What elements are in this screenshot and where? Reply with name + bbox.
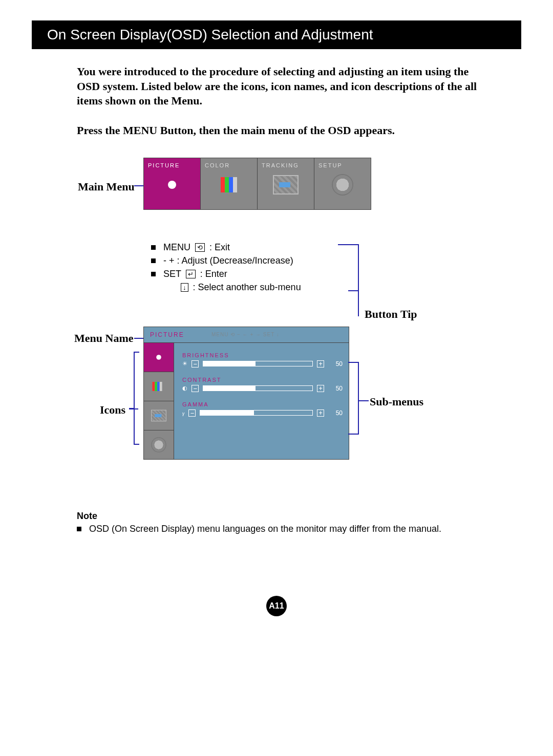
diagram: Main Menu Button Tip Menu Name Icons Sub…: [0, 158, 553, 485]
control-row: - + : Adjust (Decrease/Increase): [151, 255, 301, 266]
note-text-row: OSD (On Screen Display) menu languages o…: [77, 524, 492, 534]
submenu-side-icons: [144, 343, 174, 459]
minus-button[interactable]: −: [192, 385, 199, 392]
param-name: BRIGHTNESS: [182, 352, 343, 358]
side-icon-picture[interactable]: [144, 343, 174, 372]
osd-submenu: PICTURE MENU ⟲ − ← + → SET ↓ BRIGHTNESS …: [143, 327, 349, 460]
gear-icon: [314, 168, 371, 202]
tab-picture[interactable]: PICTURE: [144, 158, 201, 209]
param-value: 50: [328, 385, 343, 392]
param-value: 50: [328, 409, 343, 417]
gamma-icon: γ: [182, 410, 184, 416]
tab-label: SETUP: [314, 158, 371, 168]
plus-button[interactable]: +: [317, 409, 324, 417]
bullet-icon: [151, 245, 156, 250]
header-bar: On Screen Display(OSD) Selection and Adj…: [32, 20, 521, 49]
tab-tracking[interactable]: TRACKING: [258, 158, 314, 209]
color-bars-icon: [152, 382, 165, 391]
label-button-tip: Button Tip: [365, 308, 417, 321]
control-key: - +: [163, 255, 175, 266]
enter-icon: ↵: [186, 270, 196, 278]
label-main-menu: Main Menu: [78, 180, 135, 193]
bullet-icon: [151, 272, 156, 276]
param-contrast: CONTRAST ◐ − + 50: [182, 377, 343, 392]
page-number: A11: [266, 596, 287, 616]
note-text: OSD (On Screen Display) menu languages o…: [89, 524, 441, 534]
intro-paragraph: You were introduced to the procedure of …: [77, 64, 492, 109]
param-name: CONTRAST: [182, 377, 343, 383]
param-brightness: BRIGHTNESS ☀ − + 50: [182, 352, 343, 368]
page-title: On Screen Display(OSD) Selection and Adj…: [47, 27, 506, 43]
control-key: MENU: [163, 242, 190, 252]
minus-button[interactable]: −: [192, 360, 199, 368]
brightness-icon: [153, 351, 165, 363]
controls-list: MENU ⟲ : Exit - + : Adjust (Decrease/Inc…: [151, 240, 301, 295]
submenu-title: PICTURE: [144, 331, 211, 338]
label-sub-menus: Sub-menus: [370, 395, 423, 408]
minus-button[interactable]: −: [188, 409, 196, 417]
bullet-icon: [151, 258, 156, 263]
control-desc: : Adjust (Decrease/Increase): [177, 255, 293, 266]
page-number-wrap: A11: [0, 596, 553, 616]
callout-line: [134, 338, 143, 339]
control-desc: : Exit: [209, 242, 230, 252]
bullet-icon: [77, 527, 81, 531]
plus-button[interactable]: +: [317, 360, 324, 368]
slider[interactable]: [200, 410, 313, 416]
note-section: Note OSD (On Screen Display) menu langua…: [77, 511, 492, 534]
tab-setup[interactable]: SETUP: [314, 158, 371, 209]
return-icon: ⟲: [195, 243, 205, 252]
side-icon-setup[interactable]: [144, 430, 174, 459]
label-menu-name: Menu Name: [74, 332, 133, 345]
param-gamma: GAMMA γ − + 50: [182, 401, 343, 417]
color-bars-icon: [201, 168, 257, 202]
tab-label: TRACKING: [258, 158, 314, 168]
submenu-hints: MENU ⟲ − ← + → SET ↓: [211, 332, 280, 337]
side-icon-tracking[interactable]: [144, 401, 174, 430]
label-icons: Icons: [100, 403, 125, 417]
param-name: GAMMA: [182, 401, 343, 407]
osd-tabs: PICTURE COLOR TRACKING SETUP: [143, 158, 371, 210]
gear-icon: [152, 438, 166, 451]
down-arrow-icon: ↓: [181, 283, 188, 292]
note-heading: Note: [77, 511, 492, 522]
control-row: MENU ⟲ : Exit: [151, 242, 301, 253]
tracking-icon: [151, 409, 166, 421]
control-row: ↓ : Select another sub-menu: [151, 282, 301, 293]
callout-line: [129, 408, 138, 409]
tab-color[interactable]: COLOR: [201, 158, 258, 209]
slider[interactable]: [203, 385, 313, 391]
slider[interactable]: [203, 361, 313, 366]
submenu-items: BRIGHTNESS ☀ − + 50 CONTRAST ◐: [174, 343, 349, 459]
tab-label: PICTURE: [144, 158, 200, 168]
control-row: SET ↵ : Enter: [151, 269, 301, 279]
tab-label: COLOR: [201, 158, 257, 168]
control-desc: : Enter: [200, 269, 227, 279]
callout-line: [134, 185, 143, 186]
plus-button[interactable]: +: [317, 385, 324, 392]
press-instruction: Press the MENU Button, then the main men…: [77, 124, 492, 137]
side-icon-color[interactable]: [144, 372, 174, 401]
control-desc: : Select another sub-menu: [193, 282, 301, 292]
submenu-header: PICTURE MENU ⟲ − ← + → SET ↓: [144, 327, 349, 343]
brightness-icon: [144, 168, 200, 202]
param-value: 50: [328, 360, 343, 368]
contrast-icon: ◐: [182, 385, 187, 392]
sun-icon: ☀: [182, 360, 187, 367]
tracking-icon: [258, 168, 314, 202]
control-key: SET: [163, 269, 181, 279]
